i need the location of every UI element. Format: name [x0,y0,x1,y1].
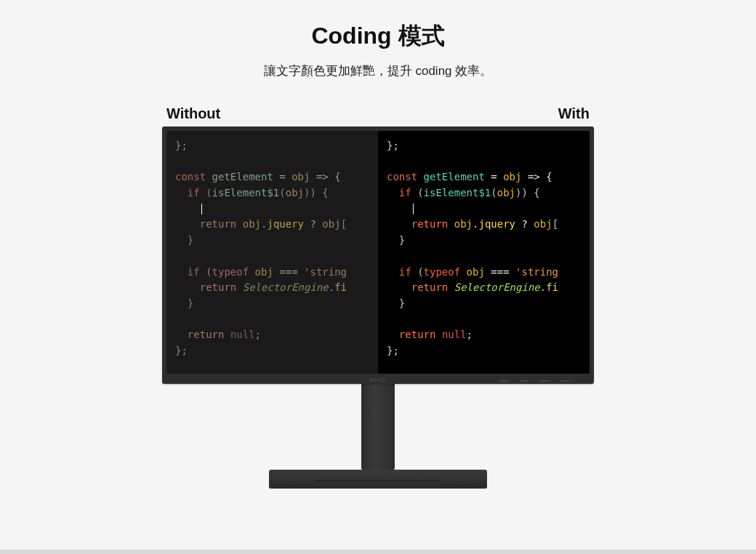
monitor-neck [361,384,395,470]
code-pane-without: }; const getElement = obj => { if (isEle… [166,131,378,374]
label-without: Without [166,105,220,122]
text-cursor-icon [413,204,414,214]
monitor-bezel: }; const getElement = obj => { if (isEle… [162,127,594,384]
monitor-buttons [499,380,569,382]
monitor-screen: }; const getElement = obj => { if (isEle… [166,131,590,374]
monitor-button-icon [499,380,508,382]
comparison-labels: Without With [162,105,594,122]
footer-divider [0,550,756,554]
page-title: Coding 模式 [0,0,756,52]
text-cursor-icon [201,204,202,214]
monitor-button-icon [540,380,549,382]
monitor-base [269,470,487,489]
monitor-button-icon [520,380,528,382]
monitor-button-icon [560,380,569,382]
page-subtitle: 讓文字顏色更加鮮艷，提升 coding 效率。 [0,63,756,79]
monitor: }; const getElement = obj => { if (isEle… [162,127,594,489]
code-pane-with: }; const getElement = obj => { if (isEle… [378,131,590,374]
monitor-brand-logo: BenQ [370,377,386,382]
label-with: With [558,105,590,122]
